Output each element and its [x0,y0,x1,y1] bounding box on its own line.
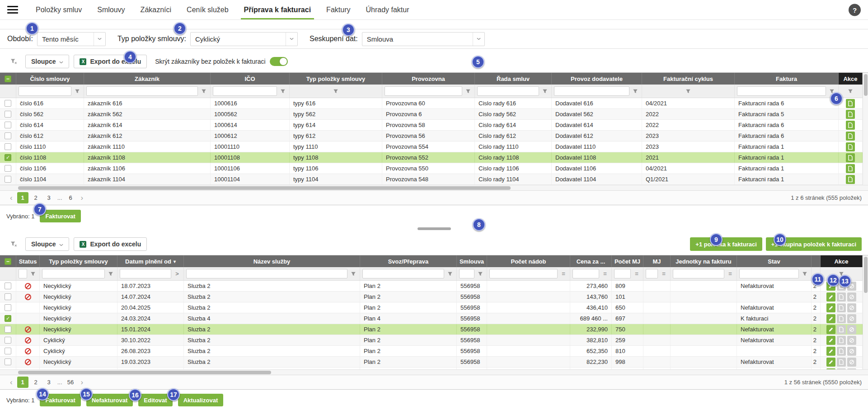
filter-funnel-icon[interactable] [332,87,340,95]
splitter[interactable] [0,226,868,231]
copy-action-button[interactable] [837,358,846,367]
copy-action-button[interactable] [837,314,846,323]
pager-page-6[interactable]: 6 [65,192,76,203]
copy-action-button[interactable] [837,347,846,356]
column-header-akce[interactable]: Akce [839,73,863,85]
table-row[interactable]: číslo 1104zákazník 110410001104typy 1104… [0,174,868,185]
filter-funnel-icon[interactable] [107,270,115,278]
row-checkbox[interactable] [5,100,11,107]
grid2-vscroll-thumb[interactable] [864,257,868,293]
cancel-action-button[interactable] [847,292,856,302]
filter-funnel-icon[interactable] [446,270,454,278]
filter-funnel-icon[interactable] [476,270,484,278]
help-button[interactable]: ? [849,4,861,16]
filter-input-nazev-sluzby[interactable] [186,269,347,278]
nav-item-faktury[interactable]: Faktury [319,0,358,19]
filter-input-faktura[interactable] [737,86,826,96]
row-checkbox[interactable] [5,283,11,289]
column-header-provoz-dodavatele[interactable]: Provoz dodavatele [552,73,642,85]
column-header-nazev-sluzby[interactable]: Název služby [184,255,360,267]
splitter-grip[interactable] [418,227,451,230]
dropdown-typ-polozky-smlouvy[interactable]: Cyklický [190,32,298,46]
column-header-ico[interactable]: IČO [211,73,290,85]
row-checkbox[interactable] [5,176,11,183]
grid2-vertical-scrollbar[interactable] [863,255,868,369]
column-header-col[interactable] [812,255,821,267]
filter-input-smlouva[interactable] [459,269,474,278]
button-fakturovat[interactable]: Fakturovat [40,210,80,222]
filter-funnel-icon[interactable] [464,87,472,95]
filter-funnel-icon[interactable] [684,87,692,95]
nav-item-smlouvy[interactable]: Smlouvy [89,0,132,19]
row-checkbox[interactable] [5,143,11,150]
filter-funnel-icon[interactable] [631,87,639,95]
grid1-horizontal-scrollbar[interactable] [0,185,868,190]
filter-input-typ-polozky-smlouvy[interactable] [42,269,105,278]
cancel-action-button[interactable] [847,336,856,345]
copy-action-button[interactable] [837,292,846,302]
invoice-action-button[interactable] [846,99,855,108]
column-header-provozovna[interactable]: Provozovna [382,73,475,85]
pager-page-3[interactable]: 3 [43,377,55,388]
cancel-action-button[interactable] [847,314,856,323]
row-checkbox[interactable] [5,122,11,128]
filter-input-ico[interactable] [213,86,277,96]
column-header-smlouva[interactable]: Smlouva [457,255,487,267]
nav-item-cenik-sluzeb[interactable]: Ceník služeb [179,0,236,19]
copy-action-button[interactable] [837,336,846,345]
column-header-stav[interactable]: Stav [737,255,812,267]
columns-button[interactable]: Sloupce [25,55,69,68]
table-row[interactable]: ✓číslo 1108zákazník 110810001108typy 110… [0,152,868,163]
nav-item-polozky-smluv[interactable]: Položky smluv [28,0,89,19]
edit-action-button[interactable] [826,292,835,302]
nav-item-priprava-k-fakturaci[interactable]: Příprava k fakturaci [236,0,319,19]
edit-action-button[interactable] [826,336,835,345]
filter-input-svoz-preprava[interactable] [362,269,444,278]
add-item-to-invoicing-button[interactable]: +1 položka k fakturaci [690,237,762,251]
filter-input-provoz-dodavatele[interactable] [554,86,629,96]
row-checkbox[interactable] [5,165,11,172]
edit-action-button[interactable] [826,325,835,334]
invoice-action-button[interactable] [846,164,855,173]
grid1-hscroll-thumb[interactable] [18,186,511,190]
pager-prev-button[interactable]: ‹ [10,378,13,387]
filter-input-jednotky-na-fakturu[interactable] [673,269,724,278]
edit-action-button[interactable] [826,303,835,312]
filter-equals-icon[interactable]: = [633,270,641,278]
filter-funnel-icon[interactable] [200,87,208,95]
pager-page-2[interactable]: 2 [30,192,42,203]
filter-input-provozovna[interactable] [385,86,462,96]
row-checkbox[interactable]: ✓ [5,315,11,322]
row-checkbox[interactable] [5,326,11,333]
clear-filter-icon[interactable] [6,237,21,251]
filter-funnel-icon[interactable] [349,270,357,278]
column-header-cislo-smlouvy[interactable]: Číslo smlouvy [16,73,84,85]
filter-equals-icon[interactable]: = [726,270,734,278]
column-header-status[interactable]: Status [16,255,40,267]
column-header-pocet-nadob[interactable]: Počet nádob [487,255,570,267]
table-row[interactable]: číslo 614zákazník 6141000614typy 614Prov… [0,120,868,131]
filter-funnel-icon[interactable] [29,270,37,278]
export-excel-button[interactable]: Export do excelu [74,237,147,251]
hamburger-menu-icon[interactable] [7,6,18,14]
table-row[interactable]: číslo 562zákazník 5621000562typy 562Prov… [0,109,868,120]
invoice-action-button[interactable] [846,132,855,141]
pager-next-button[interactable]: › [81,378,84,387]
column-header-fakturacni-cyklus[interactable]: Fakturační cyklus [642,73,735,85]
filter-greater-than-icon[interactable]: > [173,270,181,278]
filter-input-pocet-mj[interactable] [614,269,631,278]
pager-page-2[interactable]: 2 [30,377,42,388]
pager-page-1[interactable]: 1 [17,377,28,388]
table-row[interactable]: Cyklický30.10.2022Sluzba 2Plan 255695838… [0,335,868,346]
nav-item-zakaznici[interactable]: Zákazníci [133,0,179,19]
copy-action-button[interactable] [837,325,846,334]
edit-action-button[interactable] [826,347,835,356]
column-header-cena-za[interactable]: Cena za ... [570,255,612,267]
row-checkbox[interactable] [5,304,11,311]
cancel-action-button[interactable] [847,347,856,356]
copy-action-button[interactable] [837,303,846,312]
filter-funnel-icon[interactable] [801,270,809,278]
dropdown-obdobi[interactable]: Tento měsíc [37,32,106,46]
pager-page-56[interactable]: 56 [65,377,76,388]
filter-funnel-icon[interactable] [279,87,287,95]
